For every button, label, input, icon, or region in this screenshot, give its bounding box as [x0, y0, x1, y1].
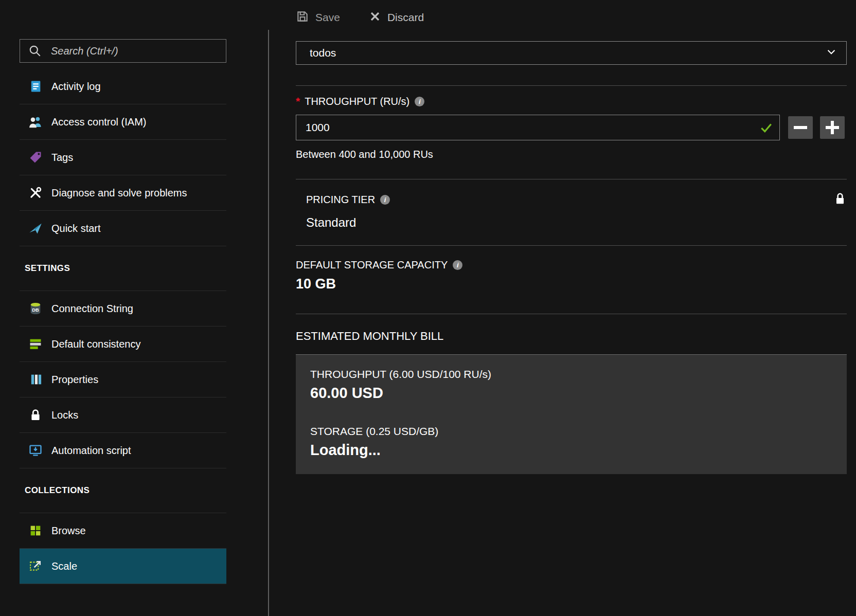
sidebar-section-collections: COLLECTIONS [20, 468, 226, 513]
divider [296, 179, 847, 179]
sidebar-item-tags[interactable]: Tags [20, 140, 226, 175]
throughput-label: THROUGHPUT (RU/s) [305, 96, 409, 107]
throughput-helper-text: Between 400 and 10,000 RUs [296, 149, 847, 160]
command-bar: Save Discard [296, 0, 847, 32]
sidebar-item-label: Scale [51, 560, 77, 572]
divider [296, 245, 847, 246]
locks-icon [27, 408, 44, 422]
estimated-bill-title: ESTIMATED MONTHLY BILL [296, 330, 847, 343]
connection-string-icon: DB [27, 301, 44, 316]
sidebar-item-diagnose[interactable]: Diagnose and solve problems [20, 175, 226, 211]
decrease-throughput-button[interactable] [788, 116, 813, 139]
pane-splitter[interactable] [268, 30, 269, 616]
divider [296, 85, 847, 86]
collection-dropdown[interactable]: todos [296, 41, 847, 65]
throughput-input[interactable] [296, 115, 780, 140]
info-icon[interactable] [453, 260, 462, 270]
bill-throughput-value: 60.00 USD [310, 385, 832, 402]
sidebar-item-label: Tags [51, 152, 73, 164]
sidebar-item-browse[interactable]: Browse [20, 513, 226, 549]
search-input[interactable] [50, 45, 220, 58]
pricing-tier-label: PRICING TIER [306, 194, 375, 206]
svg-text:DB: DB [32, 307, 39, 313]
quick-start-icon [27, 221, 44, 235]
required-marker: * [296, 95, 300, 107]
azure-portal-blade: Activity log Access control (IAM) Tags D… [0, 0, 856, 616]
sidebar-nav: Activity log Access control (IAM) Tags D… [20, 69, 226, 584]
storage-capacity-label: DEFAULT STORAGE CAPACITY [296, 259, 448, 271]
sidebar-item-label: Browse [51, 525, 86, 537]
bill-throughput-label: THROUGHPUT (6.00 USD/100 RU/s) [310, 368, 832, 381]
sidebar-item-scale[interactable]: Scale [20, 549, 226, 584]
search-icon [26, 44, 44, 58]
access-control-icon [27, 114, 44, 130]
save-label: Save [315, 11, 340, 24]
sidebar-item-label: Properties [51, 374, 98, 386]
valid-checkmark-icon [759, 121, 773, 136]
save-icon [296, 10, 309, 26]
sidebar-item-automation-script[interactable]: Automation script [20, 433, 226, 468]
sidebar-item-activity-log[interactable]: Activity log [20, 69, 226, 104]
storage-capacity-value: 10 GB [296, 276, 847, 292]
collection-dropdown-value: todos [310, 47, 336, 59]
sidebar-item-access-control[interactable]: Access control (IAM) [20, 104, 226, 140]
discard-icon [369, 10, 381, 25]
info-icon[interactable] [415, 97, 424, 106]
pricing-tier-value: Standard [296, 215, 847, 230]
sidebar-item-default-consistency[interactable]: Default consistency [20, 327, 226, 362]
sidebar-section-settings: SETTINGS [20, 246, 226, 291]
info-icon[interactable] [380, 195, 390, 205]
sidebar-item-label: Activity log [51, 81, 101, 93]
increase-throughput-button[interactable] [820, 116, 845, 139]
sidebar-item-label: Connection String [51, 303, 133, 315]
pricing-tier-row: PRICING TIER [296, 191, 847, 208]
sidebar-item-label: Quick start [51, 223, 101, 234]
scale-icon [27, 559, 44, 573]
sidebar-item-quick-start[interactable]: Quick start [20, 211, 226, 246]
automation-script-icon [27, 443, 44, 458]
estimated-bill-panel: THROUGHPUT (6.00 USD/100 RU/s) 60.00 USD… [296, 354, 847, 474]
bill-storage-value: Loading... [310, 442, 832, 459]
bill-storage-label: STORAGE (0.25 USD/GB) [310, 425, 832, 438]
sidebar-item-label: Automation script [51, 445, 131, 457]
storage-capacity-row: DEFAULT STORAGE CAPACITY [296, 259, 847, 271]
sidebar-item-connection-string[interactable]: DB Connection String [20, 291, 226, 327]
default-consistency-icon [27, 337, 44, 351]
sidebar-item-label: Locks [51, 409, 78, 421]
sidebar-item-properties[interactable]: Properties [20, 362, 226, 397]
discard-label: Discard [387, 11, 424, 24]
locked-icon [833, 191, 847, 208]
throughput-input-wrap [296, 115, 780, 140]
tags-icon [27, 150, 44, 165]
throughput-label-row: * THROUGHPUT (RU/s) [296, 95, 847, 107]
sidebar-item-label: Diagnose and solve problems [51, 187, 187, 199]
sidebar: Activity log Access control (IAM) Tags D… [0, 0, 252, 616]
chevron-down-icon [826, 46, 837, 60]
browse-icon [27, 523, 44, 538]
scale-blade-content: Save Discard todos * THROUGHPUT (RU/s) [296, 0, 847, 474]
properties-icon [27, 372, 44, 387]
divider [296, 314, 847, 314]
sidebar-item-locks[interactable]: Locks [20, 397, 226, 433]
sidebar-item-label: Default consistency [51, 338, 140, 350]
diagnose-icon [27, 186, 44, 200]
throughput-input-row [296, 115, 847, 140]
activity-log-icon [27, 79, 44, 94]
search-box[interactable] [20, 39, 226, 63]
save-button[interactable]: Save [296, 10, 340, 26]
sidebar-item-label: Access control (IAM) [51, 116, 146, 128]
discard-button[interactable]: Discard [369, 10, 424, 25]
